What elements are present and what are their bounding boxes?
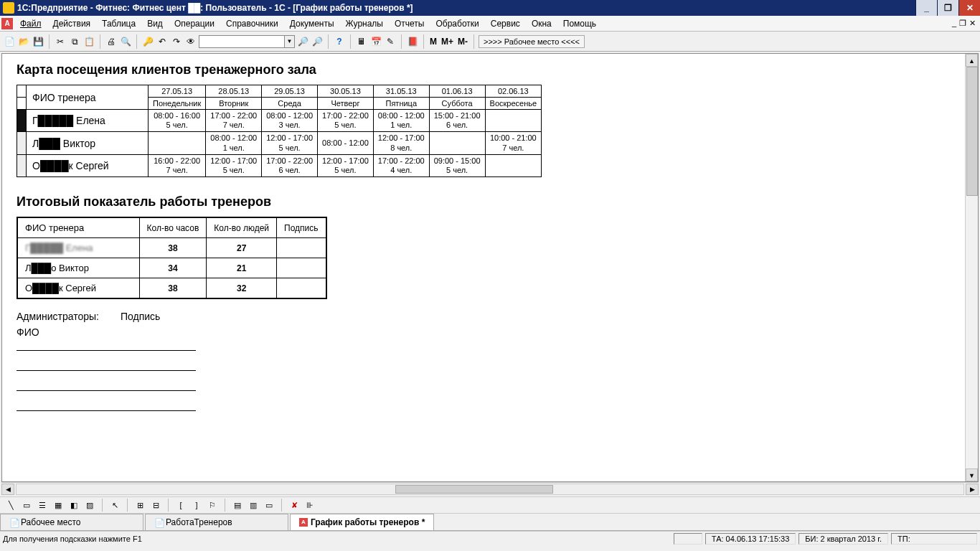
print-preview-icon[interactable]: 🔍 xyxy=(119,35,132,48)
tool-merge-icon[interactable]: ⊟ xyxy=(149,499,162,512)
window-maximize-button[interactable]: ❐ xyxy=(937,0,958,16)
mdi-minimize-button[interactable]: _ xyxy=(952,19,956,28)
memory-m-button[interactable]: M xyxy=(428,37,438,47)
book-icon[interactable]: 📕 xyxy=(406,35,419,48)
find-icon[interactable]: 👁 xyxy=(184,35,197,48)
menubar: A Файл Действия Таблица Вид Операции Спр… xyxy=(0,16,980,32)
tool-flag-icon[interactable]: ⚐ xyxy=(206,499,219,512)
menu-help[interactable]: Помощь xyxy=(557,17,602,30)
tool-fill-icon[interactable]: ◧ xyxy=(67,499,80,512)
scroll-thumb[interactable] xyxy=(966,67,978,196)
col-day: Суббота xyxy=(429,98,485,110)
scroll-right-icon[interactable]: ▶ xyxy=(966,484,979,495)
col-day: Пятница xyxy=(373,98,429,110)
tool-bracket-right-icon[interactable]: ] xyxy=(190,499,203,512)
table-row[interactable]: О████к Сергей 16:00 - 22:007 чел. 12:00 … xyxy=(17,154,542,176)
menu-view[interactable]: Вид xyxy=(141,17,169,30)
signature-line xyxy=(17,338,196,351)
scroll-up-icon[interactable]: ▲ xyxy=(966,54,978,67)
col-day: Среда xyxy=(262,98,318,110)
menu-operations[interactable]: Операции xyxy=(169,17,220,30)
redo-icon[interactable]: ↷ xyxy=(170,35,183,48)
col-date: 27.05.13 xyxy=(149,85,206,98)
window-minimize-button[interactable]: _ xyxy=(915,0,937,16)
menu-reports[interactable]: Отчеты xyxy=(389,17,430,30)
table-row[interactable]: Л███ Виктор 08:00 - 12:001 чел. 12:00 - … xyxy=(17,132,542,154)
paste-icon[interactable]: 📋 xyxy=(83,35,95,48)
search-input[interactable] xyxy=(199,35,285,48)
row-selector[interactable] xyxy=(17,154,27,176)
new-icon[interactable]: 📄 xyxy=(3,35,16,48)
menu-table[interactable]: Таблица xyxy=(96,17,141,30)
tool-cols-icon[interactable]: ▥ xyxy=(247,499,260,512)
find-prev-icon[interactable]: 🔎 xyxy=(311,35,324,48)
tab-workplace[interactable]: 📄 Рабочее место xyxy=(0,514,143,530)
app-menu-icon[interactable]: A xyxy=(1,18,13,29)
copy-icon[interactable]: ⧉ xyxy=(68,35,81,48)
row-selector[interactable] xyxy=(17,110,27,132)
save-icon[interactable]: 💾 xyxy=(32,35,44,48)
row-selector[interactable] xyxy=(17,132,27,154)
menu-refs[interactable]: Справочники xyxy=(220,17,284,30)
status-tp: ТП: xyxy=(891,533,977,545)
tool-split-icon[interactable]: ⊞ xyxy=(133,499,146,512)
signature-block: Администраторы: Подпись ФИО xyxy=(17,311,951,411)
tool-pointer-icon[interactable]: ↖ xyxy=(108,499,121,512)
menu-processing[interactable]: Обработки xyxy=(430,17,484,30)
col-date: 01.06.13 xyxy=(429,85,485,98)
cut-icon[interactable]: ✂ xyxy=(54,35,67,48)
titlebar: 1С:Предприятие - Фитнес: Фитнес цент ██:… xyxy=(0,0,980,16)
vertical-scrollbar[interactable]: ▲ ▼ xyxy=(965,54,978,481)
search-dropdown-icon[interactable]: ▼ xyxy=(285,35,295,48)
tool-bracket-left-icon[interactable]: [ xyxy=(174,499,187,512)
scroll-thumb[interactable] xyxy=(395,485,553,494)
menu-file[interactable]: Файл xyxy=(14,17,47,30)
table-row[interactable]: Г█████ Елена 08:00 - 16:005 чел. 17:00 -… xyxy=(17,110,542,132)
find-next-icon[interactable]: 🔎 xyxy=(296,35,309,48)
memory-mplus-button[interactable]: M+ xyxy=(440,37,455,47)
table-row[interactable]: О████к Сергей 38 32 xyxy=(17,278,326,299)
tool-rows-icon[interactable]: ▤ xyxy=(231,499,244,512)
print-icon[interactable]: 🖨 xyxy=(105,35,118,48)
tool-rect-icon[interactable]: ▭ xyxy=(20,499,33,512)
menu-docs[interactable]: Документы xyxy=(284,17,340,30)
sum-people: 21 xyxy=(207,258,277,278)
table-row[interactable]: Л███о Виктор 34 21 xyxy=(17,258,326,278)
menu-windows[interactable]: Окна xyxy=(526,17,557,30)
sum-hours: 38 xyxy=(139,278,207,299)
menu-actions[interactable]: Действия xyxy=(47,17,97,30)
table-row[interactable]: Г█████ Елена 38 27 xyxy=(17,238,326,258)
col-day: Понедельник xyxy=(149,98,206,110)
mdi-close-button[interactable]: ✕ xyxy=(969,19,976,28)
undo-icon[interactable]: ↶ xyxy=(156,35,169,48)
sum-people: 32 xyxy=(207,278,277,299)
tab-trainers-work[interactable]: 📄 РаботаТренеров xyxy=(145,514,288,530)
tool-text-icon[interactable]: ☰ xyxy=(36,499,49,512)
summary-table: ФИО тренера Кол-во часов Кол-во людей По… xyxy=(17,217,327,299)
menu-journals[interactable]: Журналы xyxy=(340,17,389,30)
tool-columns-icon[interactable]: ⊪ xyxy=(303,499,316,512)
help-icon[interactable]: ? xyxy=(333,35,346,48)
calendar-icon[interactable]: 📅 xyxy=(369,35,382,48)
tool-line-icon[interactable]: ╲ xyxy=(4,499,17,512)
scroll-down-icon[interactable]: ▼ xyxy=(966,468,978,481)
sum-sign-cell xyxy=(277,238,326,258)
workplace-button[interactable]: >>>> Рабочее место <<<< xyxy=(479,35,585,48)
help-key-icon[interactable]: 🔑 xyxy=(141,35,154,48)
tool-border-icon[interactable]: ▭ xyxy=(263,499,275,512)
tool-grid-icon[interactable]: ▦ xyxy=(52,499,65,512)
tab-trainers-schedule[interactable]: A График работы тренеров * xyxy=(290,514,434,530)
tool-shade-icon[interactable]: ▨ xyxy=(83,499,96,512)
window-close-button[interactable]: ✕ xyxy=(958,0,980,16)
scroll-left-icon[interactable]: ◀ xyxy=(1,484,14,495)
calc-icon[interactable]: 🖩 xyxy=(355,35,368,48)
tool-icon[interactable]: ✎ xyxy=(384,35,397,48)
memory-mminus-button[interactable]: M- xyxy=(456,37,469,47)
sum-name: Л███о Виктор xyxy=(17,258,139,278)
fio-label: ФИО xyxy=(17,326,951,338)
tool-delete-icon[interactable]: ✘ xyxy=(288,499,301,512)
horizontal-scrollbar[interactable]: ◀ ▶ xyxy=(1,482,979,495)
menu-service[interactable]: Сервис xyxy=(485,17,526,30)
mdi-maximize-button[interactable]: ❐ xyxy=(959,19,966,28)
open-icon[interactable]: 📂 xyxy=(17,35,30,48)
